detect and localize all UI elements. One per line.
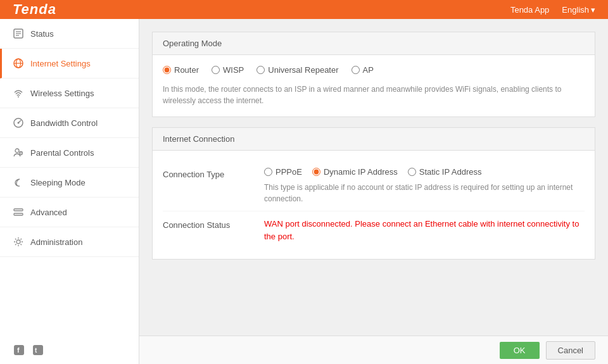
- conn-pppoe-label: PPPoE: [276, 167, 302, 177]
- operating-mode-title: Operating Mode: [163, 39, 222, 48]
- sidebar: Status Internet Settings: [0, 19, 139, 364]
- mode-router-label: Router: [174, 65, 199, 75]
- svg-point-10: [15, 149, 19, 153]
- sidebar-label-advanced: Advanced: [30, 208, 67, 217]
- sidebar-item-parental-controls[interactable]: Parental Controls: [0, 138, 139, 168]
- conn-dynamic-radio[interactable]: [312, 168, 320, 176]
- language-label: English: [562, 5, 589, 15]
- bottom-bar: OK Cancel: [139, 336, 608, 364]
- mode-description: In this mode, the router connects to an …: [163, 84, 585, 106]
- mode-repeater-label: Universal Repeater: [268, 65, 338, 75]
- connection-status-row: Connection Status WAN port disconnected.…: [163, 211, 585, 249]
- connection-status-content: WAN port disconnected. Please connect an…: [264, 218, 585, 242]
- internet-connection-card: Internet Connection Connection Type PPPo…: [152, 127, 595, 260]
- operating-mode-body: Router WISP Universal Repeater AP: [153, 55, 595, 116]
- sidebar-nav: Status Internet Settings: [0, 19, 139, 336]
- tenda-app-label: Tenda App: [510, 5, 549, 15]
- mode-repeater-radio[interactable]: [256, 66, 265, 74]
- cancel-button[interactable]: Cancel: [546, 341, 595, 360]
- connection-type-desc: This type is applicable if no account or…: [264, 182, 585, 204]
- sidebar-item-sleeping-mode[interactable]: Sleeping Mode: [0, 168, 139, 198]
- connection-type-radios: PPPoE Dynamic IP Address Static IP Addre…: [264, 167, 585, 177]
- svg-point-15: [16, 240, 20, 244]
- main-area: Operating Mode Router WISP: [139, 19, 608, 364]
- internet-connection-body: Connection Type PPPoE Dynamic IP Address: [153, 151, 595, 259]
- internet-connection-header: Internet Connection: [153, 128, 595, 151]
- mode-router-radio[interactable]: [163, 66, 171, 74]
- mode-router[interactable]: Router: [163, 65, 199, 75]
- sidebar-item-advanced[interactable]: Advanced: [0, 198, 139, 227]
- mode-wisp-label: WISP: [223, 65, 244, 75]
- operating-mode-header: Operating Mode: [153, 32, 595, 55]
- header-right: Tenda App English ▾: [510, 5, 595, 15]
- conn-static-radio[interactable]: [408, 168, 416, 176]
- svg-text:f: f: [17, 346, 20, 354]
- connection-status-label: Connection Status: [163, 218, 264, 230]
- mode-wisp-radio[interactable]: [212, 66, 220, 74]
- svg-point-7: [18, 96, 19, 97]
- conn-dynamic-label: Dynamic IP Address: [324, 167, 398, 177]
- main-content: Operating Mode Router WISP: [139, 19, 608, 336]
- operating-mode-radios: Router WISP Universal Repeater AP: [163, 65, 585, 75]
- ok-button[interactable]: OK: [500, 342, 540, 359]
- parental-controls-icon: [13, 147, 24, 158]
- conn-type-pppoe[interactable]: PPPoE: [264, 167, 302, 177]
- internet-settings-icon: [13, 58, 24, 69]
- mode-universal-repeater[interactable]: Universal Repeater: [256, 65, 338, 75]
- advanced-icon: [13, 206, 24, 218]
- mode-ap-radio[interactable]: [352, 66, 360, 74]
- sidebar-label-wireless: Wireless Settings: [30, 89, 94, 98]
- administration-icon: [13, 236, 24, 248]
- svg-rect-14: [14, 213, 23, 215]
- svg-rect-13: [14, 209, 23, 211]
- connection-type-row: Connection Type PPPoE Dynamic IP Address: [163, 161, 585, 211]
- conn-type-dynamic[interactable]: Dynamic IP Address: [312, 167, 398, 177]
- svg-point-9: [18, 122, 20, 124]
- operating-mode-card: Operating Mode Router WISP: [152, 32, 595, 117]
- sidebar-label-sleeping: Sleeping Mode: [30, 178, 86, 187]
- mode-wisp[interactable]: WISP: [212, 65, 244, 75]
- sidebar-item-status[interactable]: Status: [0, 19, 139, 49]
- sidebar-item-wireless-settings[interactable]: Wireless Settings: [0, 78, 139, 108]
- header: Tenda Tenda App English ▾: [0, 0, 608, 19]
- twitter-icon[interactable]: t: [32, 344, 44, 356]
- status-icon: [13, 28, 24, 39]
- sidebar-footer: f t: [0, 336, 139, 364]
- sleeping-mode-icon: [13, 177, 24, 188]
- internet-connection-title: Internet Connection: [163, 134, 234, 144]
- mode-ap-label: AP: [363, 65, 374, 75]
- conn-static-label: Static IP Address: [419, 167, 482, 177]
- app-layout: Status Internet Settings: [0, 19, 608, 364]
- sidebar-item-administration[interactable]: Administration: [0, 227, 139, 257]
- sidebar-label-bandwidth: Bandwidth Control: [30, 118, 98, 128]
- wireless-settings-icon: [13, 87, 24, 99]
- conn-type-static[interactable]: Static IP Address: [408, 167, 482, 177]
- facebook-icon[interactable]: f: [13, 344, 25, 356]
- sidebar-label-internet: Internet Settings: [30, 59, 91, 68]
- sidebar-item-bandwidth-control[interactable]: Bandwidth Control: [0, 108, 139, 138]
- bandwidth-icon: [13, 117, 24, 129]
- sidebar-label-admin: Administration: [30, 237, 82, 247]
- chevron-down-icon: ▾: [591, 5, 595, 15]
- logo: Tenda: [13, 1, 56, 18]
- connection-type-content: PPPoE Dynamic IP Address Static IP Addre…: [264, 167, 585, 204]
- connection-type-label: Connection Type: [163, 167, 264, 179]
- language-selector[interactable]: English ▾: [562, 5, 595, 15]
- conn-pppoe-radio[interactable]: [264, 168, 272, 176]
- sidebar-item-internet-settings[interactable]: Internet Settings: [0, 49, 139, 78]
- sidebar-label-parental: Parental Controls: [30, 148, 94, 158]
- connection-status-text: WAN port disconnected. Please connect an…: [264, 219, 579, 241]
- mode-ap[interactable]: AP: [352, 65, 374, 75]
- sidebar-label-status: Status: [30, 29, 54, 39]
